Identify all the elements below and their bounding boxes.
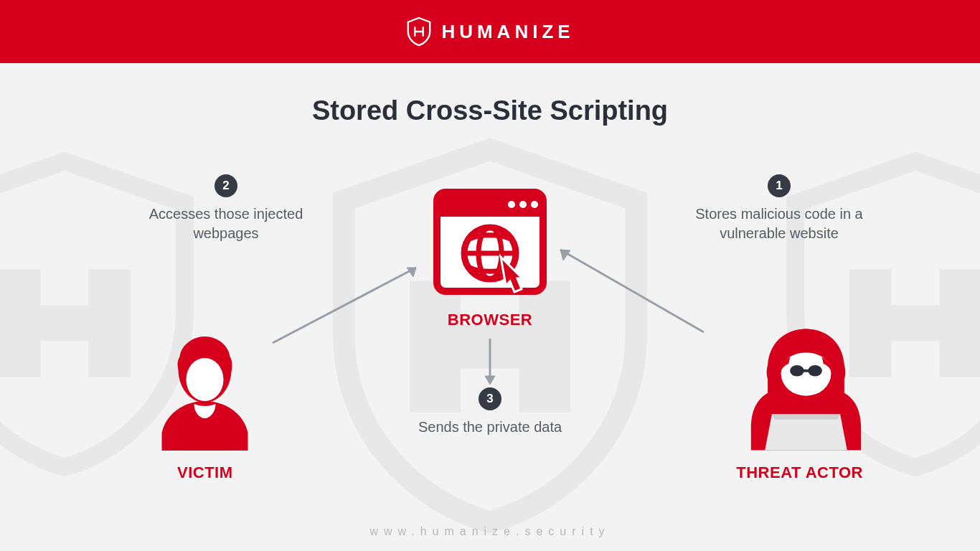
step-2: 2 Accesses those injected webpages xyxy=(126,174,326,243)
victim-person-icon xyxy=(156,332,253,454)
step-3-text: Sends the private data xyxy=(390,418,590,437)
browser-icon xyxy=(431,185,550,300)
arrow-browser-down xyxy=(483,336,497,390)
svg-rect-4 xyxy=(88,269,131,377)
victim-label: VICTIM xyxy=(177,463,233,482)
footer-url: www.humanize.security xyxy=(0,525,980,538)
arrow-threat-to-browser xyxy=(546,239,711,339)
svg-point-12 xyxy=(508,201,515,208)
step-3-badge: 3 xyxy=(479,387,501,410)
svg-rect-11 xyxy=(437,209,543,217)
svg-line-26 xyxy=(560,250,704,332)
svg-point-20 xyxy=(781,352,831,396)
diagram-area: Stored Cross-Site Scripting 1 Stores mal… xyxy=(0,63,980,551)
svg-rect-7 xyxy=(939,269,980,377)
diagram-title: Stored Cross-Site Scripting xyxy=(0,95,980,126)
shield-logo-icon xyxy=(405,17,433,47)
svg-rect-5 xyxy=(0,305,131,341)
header-bar: HUMANIZE xyxy=(0,0,980,63)
brand-name: HUMANIZE xyxy=(441,21,574,43)
threat-actor-icon xyxy=(747,321,865,458)
threat-actor-label: THREAT ACTOR xyxy=(736,463,863,482)
step-1: 1 Stores malicious code in a vulnerable … xyxy=(679,174,880,243)
svg-line-24 xyxy=(273,268,416,343)
arrow-victim-to-browser xyxy=(265,257,430,350)
svg-point-19 xyxy=(187,358,224,401)
svg-point-13 xyxy=(519,201,527,208)
svg-point-22 xyxy=(808,365,821,377)
svg-point-14 xyxy=(531,201,538,208)
svg-marker-29 xyxy=(485,376,495,385)
svg-point-21 xyxy=(790,365,804,377)
step-1-text: Stores malicious code in a vulnerable we… xyxy=(679,204,880,243)
step-1-badge: 1 xyxy=(768,174,791,197)
svg-rect-3 xyxy=(0,269,41,377)
step-2-text: Accesses those injected webpages xyxy=(126,204,326,243)
step-3: 3 Sends the private data xyxy=(390,387,590,437)
step-2-badge: 2 xyxy=(215,174,237,197)
svg-rect-8 xyxy=(849,305,980,341)
svg-rect-23 xyxy=(803,369,810,372)
browser-label: BROWSER xyxy=(448,311,532,329)
